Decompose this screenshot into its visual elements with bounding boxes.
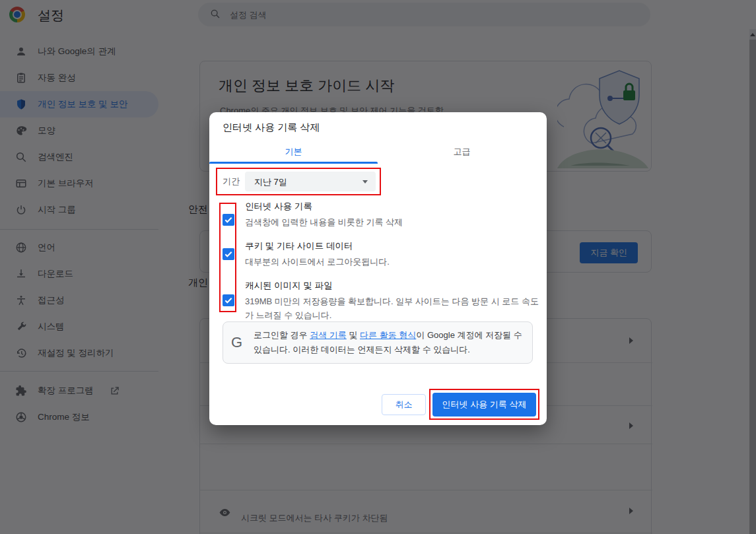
checkbox-title: 인터넷 사용 기록 xyxy=(245,201,312,213)
chrome-settings-page: 설정 나와 Google의 관계 자동 완성 개인 정보 보호 및 보 xyxy=(0,0,756,534)
google-g-icon: G xyxy=(231,334,242,351)
cancel-button[interactable]: 취소 xyxy=(382,394,426,415)
checkbox-desc: 검색창에 입력한 내용을 비롯한 기록 삭제 xyxy=(245,215,542,229)
time-range-select[interactable]: 지난 7일 xyxy=(245,172,376,191)
notice-prefix: 로그인할 경우 xyxy=(254,330,310,340)
google-account-notice: G 로그인할 경우 검색 기록 및 다른 활동 형식이 Google 계정에 저… xyxy=(223,321,533,364)
dialog-title: 인터넷 사용 기록 삭제 xyxy=(223,121,320,134)
tab-basic[interactable]: 기본 xyxy=(209,141,378,162)
notice-middle: 및 xyxy=(347,330,360,340)
clear-browsing-data-dialog: 인터넷 사용 기록 삭제 기본 고급 기간 지난 7일 인터넷 사용 기록 검색… xyxy=(209,112,547,425)
checkbox-title: 캐시된 이미지 및 파일 xyxy=(245,280,333,292)
checkbox-cached-files[interactable] xyxy=(223,294,234,306)
checkbox-cookies[interactable] xyxy=(223,248,234,260)
selected-tab-underline xyxy=(209,162,378,164)
notice-text: 로그인할 경우 검색 기록 및 다른 활동 형식이 Google 계정에 저장될… xyxy=(254,328,523,357)
checkbox-desc: 대부분의 사이트에서 로그아웃됩니다. xyxy=(245,255,542,269)
tab-advanced[interactable]: 고급 xyxy=(378,141,546,162)
checkbox-title: 쿠키 및 기타 사이트 데이터 xyxy=(245,240,353,252)
checkbox-desc: 319MB 미만의 저장용량을 확보합니다. 일부 사이트는 다음 방문 시 로… xyxy=(245,294,542,322)
time-range-label: 기간 xyxy=(223,176,240,187)
chevron-down-icon xyxy=(362,180,368,184)
checkbox-browsing-history[interactable] xyxy=(223,214,234,226)
other-activity-link[interactable]: 다른 활동 형식 xyxy=(360,330,416,340)
search-history-link[interactable]: 검색 기록 xyxy=(310,330,347,340)
clear-data-button[interactable]: 인터넷 사용 기록 삭제 xyxy=(432,393,536,417)
time-range-value: 지난 7일 xyxy=(254,176,287,188)
